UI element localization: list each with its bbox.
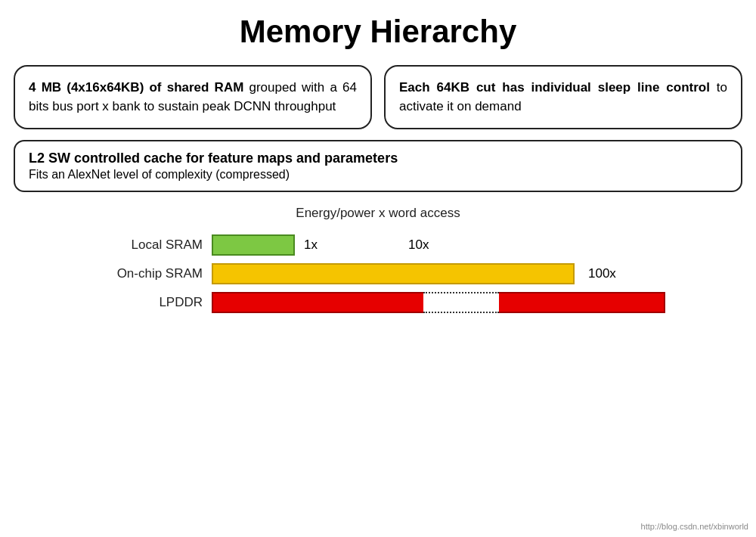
bar-lpddr-right [499,292,665,313]
bar-lpddr-left [212,292,423,313]
box-right-bold: Each 64KB cut has individual sleep line … [399,80,710,95]
box-left: 4 MB (4x16x64KB) of shared RAM grouped w… [14,65,372,129]
box-bottom-sub: Fits an AlexNet level of complexity (com… [29,168,727,182]
annotation-10x: 10x [408,237,429,253]
chart-rows: Local SRAM 1x 10x On-chip SRAM 100x LPDD… [91,234,756,313]
row-label-local-sram: Local SRAM [91,237,212,253]
chart-row-onchip-sram: On-chip SRAM 100x [91,263,616,284]
box-bottom-bold: L2 SW controlled cache for feature maps … [29,151,727,166]
box-left-bold: 4 MB (4x16x64KB) of shared RAM [29,80,243,95]
bar-local-sram [212,234,295,256]
box-bottom: L2 SW controlled cache for feature maps … [14,140,742,192]
annotation-100x: 100x [588,266,616,281]
chart-row-local-sram: Local SRAM 1x 10x [91,234,429,256]
box-right: Each 64KB cut has individual sleep line … [384,65,742,129]
annotation-1x: 1x [304,237,318,253]
page-title: Memory Hierarchy [0,0,756,65]
bar-lpddr-gap [423,292,499,313]
chart-section: Energy/power x word access Local SRAM 1x… [0,206,756,313]
watermark: http://blog.csdn.net/xbinworld [641,522,748,531]
chart-title: Energy/power x word access [0,206,756,221]
bar-container-lpddr [212,292,665,313]
row-label-onchip-sram: On-chip SRAM [91,266,212,281]
bar-container-onchip: 100x [212,263,616,284]
bar-onchip-sram [212,263,575,284]
top-boxes-container: 4 MB (4x16x64KB) of shared RAM grouped w… [14,65,742,129]
bar-container-local: 1x 10x [212,234,429,256]
chart-row-lpddr: LPDDR [91,292,665,313]
row-label-lpddr: LPDDR [91,295,212,310]
